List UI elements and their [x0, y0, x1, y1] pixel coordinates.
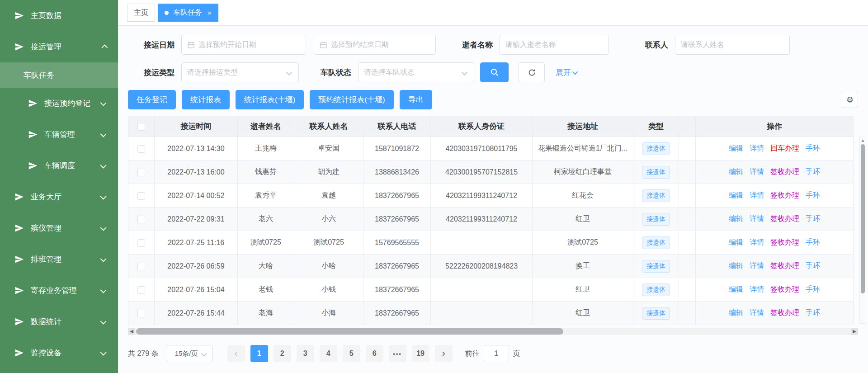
row-action-link[interactable]: 签收办理 [770, 309, 799, 316]
row-action-link[interactable]: 手环 [806, 215, 820, 222]
row-action-link[interactable]: 详情 [750, 309, 764, 316]
row-checkbox[interactable] [137, 192, 145, 200]
action-button-2[interactable]: 统计报表(十堰) [236, 90, 304, 109]
row-checkbox[interactable] [137, 169, 145, 176]
pickup-type-select[interactable]: 请选择接运类型 [181, 62, 299, 82]
sidebar-item-9[interactable]: 寄存业务管理 [0, 275, 118, 306]
row-action-link[interactable]: 详情 [750, 215, 764, 222]
row-action-link[interactable]: 回车办理 [770, 144, 799, 152]
tab-1-active[interactable]: 车队任务× [158, 4, 218, 22]
goto-page-input[interactable] [484, 345, 509, 362]
row-action-link[interactable]: 手环 [806, 262, 820, 269]
row-action-link[interactable]: 编辑 [729, 215, 743, 222]
horizontal-scrollbar-thumb[interactable] [136, 328, 563, 335]
page-button-5[interactable]: 5 [343, 345, 360, 362]
page-size-select[interactable]: 15条/页 [166, 345, 213, 362]
vertical-scrollbar[interactable]: ▲ [859, 137, 866, 324]
page-button-6[interactable]: 6 [366, 345, 383, 362]
page-button-2[interactable]: 2 [274, 345, 291, 362]
sidebar-item-8[interactable]: 排班管理 [0, 244, 118, 275]
row-action-link[interactable]: 详情 [750, 285, 764, 293]
vertical-scrollbar-thumb[interactable] [861, 144, 865, 293]
row-checkbox[interactable] [137, 145, 145, 153]
row-checkbox[interactable] [137, 216, 145, 223]
row-action-link[interactable]: 详情 [750, 191, 764, 199]
row-action-link[interactable]: 手环 [806, 191, 820, 199]
settings-button[interactable]: ⚙ [842, 92, 858, 108]
prev-page-button[interactable]: ‹ [227, 345, 245, 362]
type-badge[interactable]: 接遗体 [642, 283, 670, 296]
deceased-name-field[interactable] [500, 35, 609, 55]
contact-field[interactable] [675, 35, 790, 55]
sidebar-item-7[interactable]: 殡仪管理 [0, 212, 118, 244]
row-action-link[interactable]: 编辑 [729, 144, 743, 152]
row-action-link[interactable]: 编辑 [729, 168, 743, 175]
row-action-link[interactable]: 签收办理 [770, 238, 799, 246]
row-action-link[interactable]: 编辑 [729, 191, 743, 199]
type-badge[interactable]: 接遗体 [642, 142, 670, 155]
row-action-link[interactable]: 手环 [806, 309, 820, 316]
row-checkbox[interactable] [137, 310, 145, 317]
type-badge[interactable]: 接遗体 [642, 166, 670, 179]
date-end-field[interactable] [314, 35, 436, 55]
scroll-up-arrow-icon[interactable]: ▲ [860, 138, 866, 143]
expand-link[interactable]: 展开 [556, 67, 578, 78]
contact-input[interactable] [681, 41, 784, 49]
row-action-link[interactable]: 签收办理 [770, 215, 799, 222]
page-button-19[interactable]: 19 [412, 345, 429, 362]
deceased-name-input[interactable] [505, 41, 603, 49]
refresh-button[interactable] [519, 62, 545, 82]
action-button-1[interactable]: 统计报表 [182, 90, 230, 109]
date-end-input[interactable] [331, 41, 430, 49]
sidebar-item-3[interactable]: 接运预约登记 [0, 88, 118, 119]
row-action-link[interactable]: 签收办理 [770, 285, 799, 293]
next-page-button[interactable]: › [435, 345, 453, 362]
fleet-status-select[interactable]: 请选择车队状态 [358, 62, 474, 82]
scroll-right-arrow-icon[interactable]: ▶ [851, 328, 858, 335]
row-action-link[interactable]: 详情 [750, 238, 764, 246]
type-badge[interactable]: 接遗体 [642, 260, 670, 273]
page-button-4[interactable]: 4 [320, 345, 337, 362]
row-action-link[interactable]: 手环 [806, 144, 820, 152]
row-action-link[interactable]: 手环 [806, 285, 820, 293]
row-action-link[interactable]: 详情 [750, 262, 764, 269]
more-pages-button[interactable]: ••• [389, 345, 406, 362]
row-action-link[interactable]: 编辑 [729, 262, 743, 269]
sidebar-item-1[interactable]: 接运管理 [0, 31, 118, 62]
row-action-link[interactable]: 签收办理 [770, 191, 799, 199]
row-action-link[interactable]: 编辑 [729, 285, 743, 293]
type-badge[interactable]: 接遗体 [642, 236, 670, 249]
date-start-input[interactable] [198, 41, 300, 49]
sidebar-item-2-active[interactable]: 车队任务 [0, 62, 118, 88]
date-start-field[interactable] [181, 35, 306, 55]
row-action-link[interactable]: 编辑 [729, 309, 743, 316]
sidebar-item-10[interactable]: 数据统计 [0, 306, 118, 337]
sidebar-item-6[interactable]: 业务大厅 [0, 181, 118, 212]
close-icon[interactable]: × [208, 9, 212, 16]
action-button-0[interactable]: 任务登记 [128, 90, 176, 109]
row-action-link[interactable]: 手环 [806, 238, 820, 246]
row-action-link[interactable]: 详情 [750, 168, 764, 175]
row-checkbox[interactable] [137, 286, 145, 294]
row-action-link[interactable]: 详情 [750, 144, 764, 152]
action-button-4[interactable]: 导出 [400, 90, 432, 109]
page-button-1[interactable]: 1 [250, 345, 268, 362]
row-action-link[interactable]: 签收办理 [770, 168, 799, 175]
tab-0[interactable]: 主页 [127, 4, 155, 22]
type-badge[interactable]: 接遗体 [642, 189, 670, 202]
row-action-link[interactable]: 手环 [806, 168, 820, 175]
sidebar-item-5[interactable]: 车辆调度 [0, 150, 118, 181]
type-badge[interactable]: 接遗体 [642, 307, 670, 320]
sidebar-item-4[interactable]: 车辆管理 [0, 119, 118, 150]
scroll-left-arrow-icon[interactable]: ◀ [128, 328, 135, 335]
select-all-checkbox[interactable] [137, 123, 145, 131]
type-badge[interactable]: 接遗体 [642, 213, 670, 226]
action-button-3[interactable]: 预约统计报表(十堰) [310, 90, 393, 109]
row-checkbox[interactable] [137, 263, 145, 270]
sidebar-item-11[interactable]: 监控设备 [0, 337, 118, 368]
row-action-link[interactable]: 编辑 [729, 238, 743, 246]
row-action-link[interactable]: 签收办理 [770, 262, 799, 269]
row-checkbox[interactable] [137, 239, 145, 247]
search-button[interactable] [480, 62, 509, 82]
horizontal-scrollbar[interactable]: ◀ ▶ [128, 328, 858, 335]
